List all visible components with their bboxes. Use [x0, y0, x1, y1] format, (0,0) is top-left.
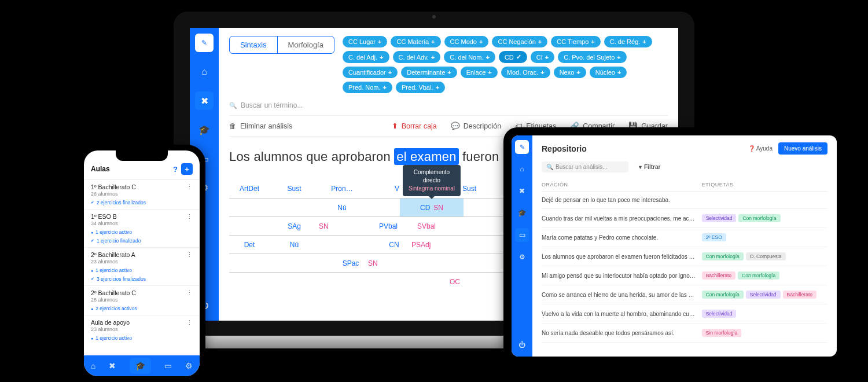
tag-chip[interactable]: C. del Nom. +: [444, 51, 495, 63]
tag-chip[interactable]: Mod. Orac. +: [501, 67, 550, 78]
nav-archive-icon[interactable]: ▭: [164, 361, 172, 370]
tag-badge: Selectividad: [702, 310, 737, 318]
plus-icon: +: [378, 38, 381, 45]
tag-chip[interactable]: Cuantificador +: [343, 67, 398, 78]
table-row[interactable]: No sería nada deseable que todos pensára…: [542, 324, 827, 343]
class-stat: 1 ejercicio activo: [91, 229, 193, 235]
plus-icon: +: [447, 69, 451, 76]
students-icon[interactable]: 🎓: [195, 120, 214, 139]
table-row[interactable]: María come patatas y Pedro come chocolat…: [542, 228, 827, 247]
class-name: 1º Bachillerato C: [91, 183, 136, 190]
tag-chip[interactable]: C. del Adv. +: [393, 51, 441, 63]
highlighted-phrase[interactable]: el examen: [394, 148, 458, 165]
delete-analysis-button[interactable]: 🗑Eliminar análisis: [229, 122, 292, 130]
table-row[interactable]: Como se arranca el hierro de una herida,…: [542, 285, 827, 304]
tag-chip[interactable]: Pred. Vbal. +: [396, 82, 445, 93]
tab-morfologia[interactable]: Morfología: [278, 36, 334, 53]
class-count: 23 alumnos: [91, 259, 193, 265]
class-list[interactable]: 1º Bachillerato C⋮26 alumnos2 ejercicios…: [84, 179, 200, 355]
tag-chip[interactable]: CD ✓: [499, 51, 527, 63]
phone-device: Aulas ? + 1º Bachillerato C⋮26 alumnos2 …: [78, 145, 205, 382]
class-item[interactable]: 1º Bachillerato C⋮26 alumnos2 ejercicios…: [84, 179, 200, 209]
class-item[interactable]: 1º ESO B⋮34 alumnos1 ejercicio activo1 e…: [84, 209, 200, 247]
new-analysis-button[interactable]: Nuevo análisis: [778, 142, 827, 155]
table-row[interactable]: Vuelvo a la vida con la muerte al hombro…: [542, 304, 827, 324]
tag-chip[interactable]: Núcleo +: [590, 67, 627, 78]
logout-icon[interactable]: ⏻: [515, 338, 529, 352]
tab-sintaxis[interactable]: Sintaxis: [230, 36, 278, 53]
tag-badge: Con morfología: [702, 252, 744, 260]
box-tooltip: ComplementodirectoSintagma nominal: [403, 165, 461, 196]
edit-button[interactable]: ✎: [515, 140, 529, 154]
filter-button[interactable]: ▾ Filtrar: [639, 164, 660, 170]
students-icon[interactable]: 🎓: [515, 206, 529, 220]
class-item[interactable]: 2º Bachillerato C⋮28 alumnos2 ejercicios…: [84, 285, 200, 315]
help-icon[interactable]: ?: [173, 165, 178, 174]
tag-chip[interactable]: CC Tiempo +: [551, 36, 600, 47]
plus-icon: +: [488, 69, 491, 76]
sentence-cell: Cuando tras dar mil vueltas a mis preocu…: [542, 215, 702, 222]
plus-icon: +: [431, 38, 435, 45]
camera-icon: [432, 15, 436, 19]
delete-box-button[interactable]: ⬆Borrar caja: [392, 122, 437, 130]
add-class-button[interactable]: +: [181, 163, 193, 175]
plus-icon: +: [388, 69, 392, 76]
phone-tabbar: ⌂ ✖ 🎓 ▭ ⚙: [84, 355, 200, 376]
tag-chip[interactable]: CC Materia +: [391, 36, 440, 47]
check-icon: ✓: [516, 53, 521, 61]
more-icon[interactable]: ⋮: [186, 319, 193, 326]
tag-chip[interactable]: C. del Adj. +: [343, 51, 389, 63]
archive-icon[interactable]: ▭: [515, 228, 529, 242]
class-stat: 3 ejercicios finalizados: [91, 276, 193, 282]
sentence-cell: Los alumnos que aprobaron el examen fuer…: [542, 254, 702, 260]
plus-icon: +: [642, 38, 646, 45]
tag-chip[interactable]: Pred. Nom. +: [343, 82, 392, 93]
more-icon[interactable]: ⋮: [186, 213, 193, 220]
trash-icon: 🗑: [229, 122, 237, 130]
table-row[interactable]: Cuando tras dar mil vueltas a mis preocu…: [542, 209, 827, 228]
tag-chip[interactable]: Enlace +: [461, 67, 498, 78]
tag-chip[interactable]: CC Modo +: [444, 36, 489, 47]
nav-home-icon[interactable]: ⌂: [91, 361, 95, 370]
class-count: 23 alumnos: [91, 326, 193, 332]
tag-chip[interactable]: Determinante +: [401, 67, 457, 78]
edit-button[interactable]: ✎: [195, 34, 214, 52]
tag-badge: Selectividad: [702, 214, 737, 222]
nav-settings-icon[interactable]: ⚙: [185, 361, 193, 370]
tag-chip[interactable]: CC Negación +: [492, 36, 547, 47]
class-stat: 1 ejercicio finalizado: [91, 238, 193, 244]
nav-tools-icon[interactable]: ✖: [109, 361, 116, 370]
search-input[interactable]: Buscar un término...: [229, 98, 668, 115]
plus-icon: +: [538, 38, 542, 45]
tools-icon[interactable]: ✖: [515, 184, 529, 198]
help-button[interactable]: ❓ Ayuda: [748, 145, 773, 152]
plus-icon: +: [591, 38, 594, 45]
cd-selected-box[interactable]: ComplementodirectoSintagma nominal CD SN: [400, 199, 464, 216]
tag-chip[interactable]: Nexo +: [554, 67, 586, 78]
home-icon[interactable]: ⌂: [515, 162, 529, 176]
sentence-cell: Dejé de pensar en lo que tan poco me int…: [542, 197, 702, 203]
tag-chip[interactable]: C. de Rég. +: [604, 36, 652, 47]
tools-icon[interactable]: ✖: [195, 91, 214, 110]
description-button[interactable]: 💬Descripción: [451, 122, 501, 130]
table-row[interactable]: Dejé de pensar en lo que tan poco me int…: [542, 192, 827, 209]
tag-chip[interactable]: C. Pvo. del Sujeto +: [558, 51, 627, 63]
more-icon[interactable]: ⋮: [186, 251, 193, 258]
tag-chip[interactable]: CI +: [531, 51, 554, 63]
mode-segmented[interactable]: Sintaxis Morfología: [229, 36, 334, 54]
class-item[interactable]: Aula de apoyo⋮23 alumnos1 ejercicio acti…: [84, 315, 200, 344]
repo-search-input[interactable]: 🔍 Buscar un análisis...: [542, 161, 628, 172]
more-icon[interactable]: ⋮: [186, 289, 193, 296]
phone-title: Aulas: [91, 165, 110, 173]
table-row[interactable]: Mi amigo pensó que su interlocutor había…: [542, 266, 827, 285]
tag-chip[interactable]: CC Lugar +: [343, 36, 388, 47]
more-icon[interactable]: ⋮: [186, 183, 193, 190]
settings-icon[interactable]: ⚙: [515, 250, 529, 264]
class-name: Aula de apoyo: [91, 319, 130, 326]
table-row[interactable]: Los alumnos que aprobaron el examen fuer…: [542, 247, 827, 266]
home-icon[interactable]: ⌂: [195, 63, 214, 81]
class-item[interactable]: 2º Bachillerato A⋮23 alumnos1 ejercicio …: [84, 247, 200, 285]
plus-icon: +: [431, 54, 435, 61]
class-count: 28 alumnos: [91, 297, 193, 303]
nav-students-icon[interactable]: 🎓: [130, 358, 151, 374]
